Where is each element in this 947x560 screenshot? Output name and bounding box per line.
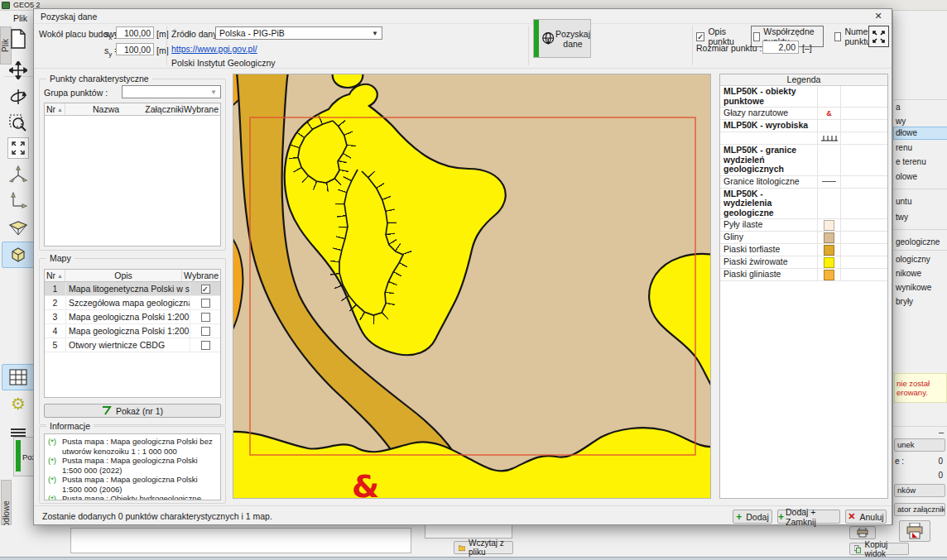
- green-bar: [16, 440, 21, 471]
- table-grid-icon[interactable]: [7, 366, 29, 388]
- maps-table-row[interactable]: 5Otwory wiertnicze CBDG: [45, 338, 220, 352]
- panel-minimize[interactable]: –: [939, 427, 944, 437]
- map-select-checkbox[interactable]: [201, 313, 210, 322]
- frame-item-fragment[interactable]: wynikowe: [896, 283, 931, 292]
- legend-label: MLP50K - wydzielenia geologiczne: [720, 189, 818, 219]
- map-select-checkbox[interactable]: [201, 341, 210, 350]
- legend-symbol-hatch: [818, 132, 841, 144]
- legend-symbol-swatch: [818, 219, 841, 231]
- frame-item-fragment[interactable]: bryły: [896, 297, 913, 306]
- legend-label: [720, 132, 818, 144]
- bottom-field[interactable]: [425, 524, 512, 538]
- settings-gear-icon[interactable]: ⚙: [7, 393, 29, 414]
- printer-small-button[interactable]: [849, 526, 876, 539]
- attachments-generator-button-fragment[interactable]: ator załączników: [894, 503, 945, 516]
- close-icon[interactable]: ✕: [872, 11, 885, 22]
- geological-map: & &: [233, 74, 711, 499]
- maps-table-row[interactable]: 1Mapa litogenetyczna Polski w skali 1:50…: [45, 282, 220, 296]
- maps-table-row[interactable]: 2Szczegółowa mapa geologiczna Polski 1:5: [45, 296, 220, 310]
- warning-box: nie został erowany.: [894, 373, 947, 403]
- table-cell: [190, 310, 220, 323]
- info-messages: (*)Pusta mapa : Mapa geologiczna Polski …: [44, 433, 221, 500]
- maps-table[interactable]: Nr▲ Opis Wybrane 1Mapa litogenetyczna Po…: [44, 269, 221, 398]
- frame-item-fragment[interactable]: renu: [896, 143, 912, 152]
- frame-item-fragment[interactable]: e terenu: [896, 157, 926, 166]
- checkbox-box[interactable]: [834, 32, 842, 41]
- globe-download-icon: [541, 31, 555, 47]
- map-select-checkbox[interactable]: [201, 299, 210, 308]
- frame-item-fragment[interactable]: untu: [896, 197, 911, 206]
- frame-item-fragment[interactable]: nikowe: [896, 269, 921, 278]
- table-cell: Mapa geologiczna Polski 1:200 000 - zakr…: [66, 310, 190, 323]
- axes-3d-icon[interactable]: [7, 164, 29, 185]
- table-cell: Szczegółowa mapa geologiczna Polski 1:5: [66, 296, 190, 309]
- legend-symbol-line: [818, 176, 841, 188]
- pan-icon[interactable]: [7, 60, 29, 81]
- table-cell: Otwory wiertnicze CBDG: [66, 338, 190, 352]
- source-combo[interactable]: Polska - PIG-PiB▼: [215, 26, 382, 40]
- fit-view-icon[interactable]: [7, 137, 29, 159]
- table-cell: [190, 282, 220, 295]
- point-size-input[interactable]: 2,00: [762, 41, 799, 54]
- points-table[interactable]: Nr▲ Nazwa Załączniki Wybrane: [44, 103, 221, 246]
- frame-item-fragment[interactable]: olowe: [896, 172, 917, 181]
- view-plane-icon[interactable]: [7, 217, 29, 238]
- pgi-link[interactable]: https://www.pgi.gov.pl/: [171, 44, 257, 54]
- fullscreen-expand-button[interactable]: [868, 26, 889, 47]
- frame-item-fragment[interactable]: a: [896, 103, 901, 112]
- point-group-combo[interactable]: ▼: [122, 85, 221, 98]
- point-size-label: Rozmiar punktu :: [696, 43, 762, 53]
- map-view[interactable]: & &: [233, 74, 711, 499]
- pozyskaj-dane-dialog: Pozyskaj dane ✕ Wokół placu budowy : sx …: [33, 8, 892, 525]
- sort-asc-icon: ▲: [57, 107, 63, 112]
- sx-input[interactable]: 100,00: [116, 26, 154, 39]
- add-button[interactable]: +Dodaj: [733, 510, 772, 524]
- add-close-button[interactable]: +Dodaj + Zamknij: [777, 510, 840, 524]
- bottom-textarea[interactable]: [70, 528, 411, 553]
- printer-large-button[interactable]: [899, 520, 930, 542]
- frame-item-fragment[interactable]: geologiczne: [896, 237, 940, 246]
- cube-view-icon[interactable]: [7, 244, 29, 266]
- rotate-view-icon[interactable]: [7, 86, 29, 108]
- checkbox-box[interactable]: [696, 32, 704, 41]
- legend-row: MLP50K - wydzielenia geologiczne: [720, 189, 887, 220]
- legend-row: Piaski gliniaste: [720, 269, 887, 281]
- map-select-checkbox[interactable]: [201, 327, 210, 336]
- legend-row: MLP50K - obiekty punktowe: [720, 86, 887, 108]
- cancel-button[interactable]: ✕Anuluj: [845, 510, 887, 524]
- zoom-selection-icon[interactable]: [7, 112, 29, 134]
- table-cell: [190, 338, 220, 352]
- institute-label: Polski Instytut Geologiczny: [171, 58, 275, 68]
- legend-label: Piaski żwirowate: [720, 256, 818, 268]
- legend-symbol-none: [818, 145, 841, 175]
- checkbox-box[interactable]: [753, 32, 761, 41]
- legend-row: [720, 132, 887, 145]
- maps-table-row[interactable]: 4Mapa geologiczna Polski 1:200 000 - odk…: [45, 324, 220, 338]
- fragment-button-1[interactable]: unek: [894, 438, 945, 452]
- frame-item-fragment[interactable]: ologiczny: [896, 255, 930, 264]
- fragment-button-2[interactable]: nków: [894, 484, 945, 497]
- green-accent-bar: [534, 20, 539, 57]
- frame-item-fragment[interactable]: twy: [896, 213, 908, 222]
- legend-label: MLP50K - obiekty punktowe: [720, 86, 818, 107]
- show-map-button[interactable]: Pokaż (nr 1): [44, 404, 221, 418]
- menu-plik[interactable]: Plik: [13, 13, 27, 23]
- frame-item-fragment[interactable]: dłowe: [896, 128, 917, 137]
- map-select-checkbox[interactable]: [201, 285, 210, 294]
- copy-icon: [854, 545, 861, 553]
- frame-item-fragment[interactable]: wy: [896, 117, 906, 126]
- legend-symbol-swatch: [818, 232, 841, 243]
- maps-table-row[interactable]: 3Mapa geologiczna Polski 1:200 000 - zak…: [45, 310, 220, 324]
- sy-input[interactable]: 100,00: [116, 43, 154, 55]
- load-from-file-button[interactable]: Wczytaj z pliku: [454, 541, 513, 554]
- new-file-icon[interactable]: [7, 28, 29, 50]
- legend-label: Granice litologiczne: [720, 176, 818, 188]
- legend-row: Głazy narzutowe&: [720, 108, 887, 120]
- axes-2d-icon[interactable]: [7, 190, 29, 212]
- point-group-label: Grupa punktów :: [44, 88, 108, 98]
- table-cell: 1: [45, 282, 66, 295]
- bottom-background: Wczytaj z pliku Kopiuj widok: [0, 525, 947, 560]
- show-pencil-icon: [102, 406, 112, 415]
- acquire-data-button[interactable]: Pozyskajdane: [533, 19, 591, 58]
- copy-view-button[interactable]: Kopiuj widok: [849, 543, 909, 555]
